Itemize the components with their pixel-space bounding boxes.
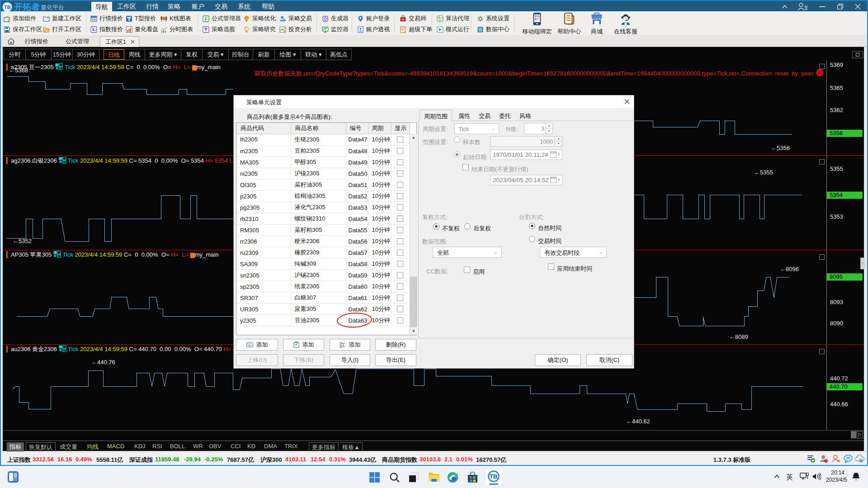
- svg-text:TB: TB: [490, 473, 497, 480]
- svg-text:¥: ¥: [440, 18, 442, 22]
- svg-text:¥: ¥: [92, 27, 95, 32]
- svg-text:TB: TB: [4, 5, 11, 10]
- svg-text:F: F: [205, 16, 208, 21]
- svg-text:z: z: [857, 473, 859, 477]
- svg-text:¥: ¥: [94, 18, 96, 22]
